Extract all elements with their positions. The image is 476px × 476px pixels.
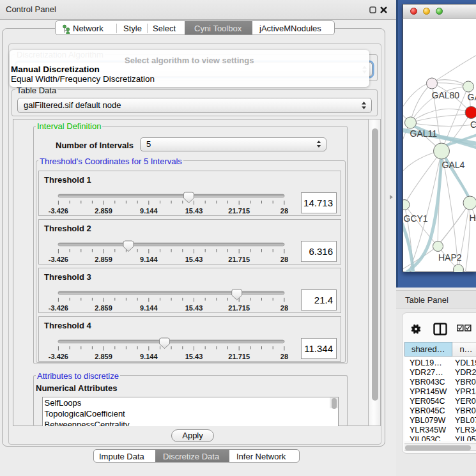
- svg-text:HAP2: HAP2: [438, 252, 462, 263]
- svg-text:9.144: 9.144: [140, 207, 158, 215]
- svg-text:28: 28: [280, 207, 288, 215]
- svg-text:GAL80: GAL80: [432, 90, 460, 100]
- svg-text:GAL11: GAL11: [410, 128, 438, 139]
- svg-text:2.859: 2.859: [95, 207, 112, 215]
- svg-text:15.43: 15.43: [185, 207, 203, 215]
- svg-text:2.859: 2.859: [95, 352, 112, 360]
- svg-text:28: 28: [280, 352, 288, 360]
- svg-text:9.144: 9.144: [140, 256, 158, 263]
- svg-text:21.715: 21.715: [228, 256, 250, 263]
- svg-text:9.144: 9.144: [140, 304, 158, 312]
- svg-text:2.859: 2.859: [95, 256, 112, 263]
- svg-text:-3.426: -3.426: [49, 352, 68, 360]
- svg-text:15.43: 15.43: [185, 256, 203, 263]
- svg-text:21.715: 21.715: [228, 207, 250, 215]
- svg-text:28: 28: [280, 304, 288, 312]
- svg-text:GCY1: GCY1: [404, 213, 428, 224]
- svg-text:GAL7: GAL7: [468, 92, 476, 102]
- svg-text:-3.426: -3.426: [49, 207, 68, 215]
- svg-text:21.715: 21.715: [228, 352, 250, 360]
- svg-text:GAL4: GAL4: [442, 160, 465, 170]
- svg-text:-3.426: -3.426: [49, 304, 68, 312]
- svg-text:15.43: 15.43: [185, 304, 203, 312]
- svg-text:2.859: 2.859: [95, 304, 112, 312]
- svg-text:28: 28: [280, 256, 288, 263]
- svg-text:CY: CY: [470, 119, 476, 130]
- svg-text:15.43: 15.43: [185, 352, 203, 360]
- svg-text:9.144: 9.144: [140, 352, 158, 360]
- svg-text:-3.426: -3.426: [49, 256, 68, 263]
- svg-text:21.715: 21.715: [228, 304, 250, 312]
- svg-text:HAP1: HAP1: [470, 213, 476, 223]
